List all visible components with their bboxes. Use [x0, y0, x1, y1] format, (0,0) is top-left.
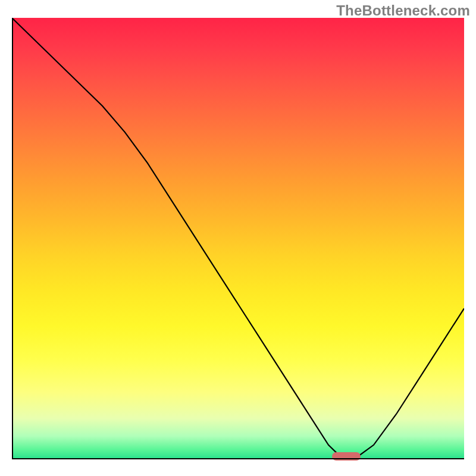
y-axis: [12, 18, 13, 459]
watermark-text: TheBottleneck.com: [336, 2, 470, 19]
chart-container: TheBottleneck.com: [0, 0, 476, 476]
bottleneck-curve: [12, 18, 464, 458]
x-axis: [12, 458, 464, 459]
